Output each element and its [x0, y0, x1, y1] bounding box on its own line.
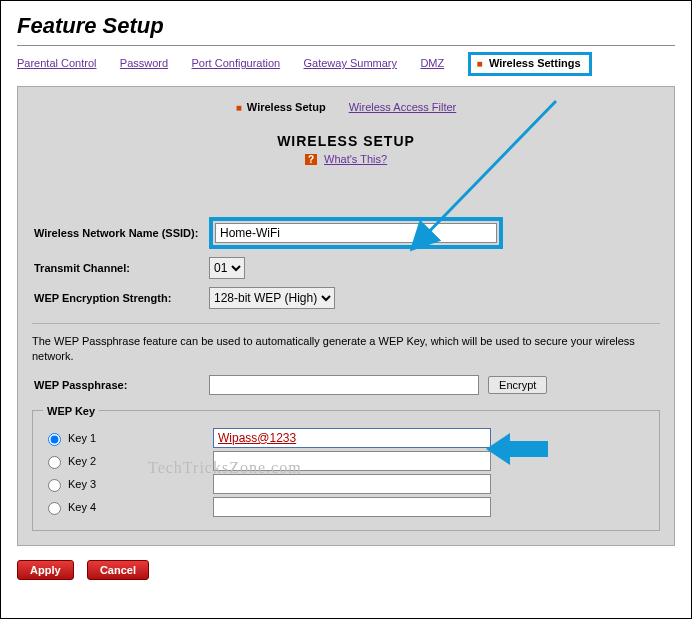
tab-parental-control[interactable]: Parental Control — [17, 57, 97, 69]
key4-radio[interactable] — [48, 502, 61, 515]
wep-strength-select[interactable]: 128-bit WEP (High) — [209, 287, 335, 309]
wep-strength-label: WEP Encryption Strength: — [32, 283, 207, 313]
key1-label: Key 1 — [68, 432, 96, 444]
key4-input[interactable] — [213, 497, 491, 517]
tab-wireless-settings-label: Wireless Settings — [489, 57, 581, 69]
tab-password[interactable]: Password — [120, 57, 168, 69]
page-title: Feature Setup — [17, 13, 675, 39]
key4-label: Key 4 — [68, 501, 96, 513]
key2-input[interactable] — [213, 451, 491, 471]
channel-select[interactable]: 01 — [209, 257, 245, 279]
whats-this-link[interactable]: What's This? — [324, 153, 387, 165]
bullet-icon: ■ — [236, 102, 242, 113]
ssid-label: Wireless Network Name (SSID): — [32, 213, 207, 253]
bullet-icon: ■ — [477, 58, 483, 69]
tab-port-configuration[interactable]: Port Configuration — [191, 57, 280, 69]
channel-label: Transmit Channel: — [32, 253, 207, 283]
wep-keys-fieldset: WEP Key Key 1 Key 2 — [32, 405, 660, 531]
key1-input[interactable] — [213, 428, 491, 448]
apply-button[interactable]: Apply — [17, 560, 74, 580]
tab-dmz[interactable]: DMZ — [420, 57, 444, 69]
key1-radio[interactable] — [48, 433, 61, 446]
encrypt-button[interactable]: Encrypt — [488, 376, 547, 394]
key2-label: Key 2 — [68, 455, 96, 467]
wep-hint: The WEP Passphrase feature can be used t… — [32, 334, 660, 365]
subtab-wireless-access-filter[interactable]: Wireless Access Filter — [349, 101, 457, 113]
key3-label: Key 3 — [68, 478, 96, 490]
button-row: Apply Cancel — [17, 560, 675, 580]
cancel-button[interactable]: Cancel — [87, 560, 149, 580]
subtabs: ■ Wireless Setup Wireless Access Filter — [32, 101, 660, 113]
whats-this: ? What's This? — [32, 153, 660, 165]
tab-wireless-settings[interactable]: ■ Wireless Settings — [468, 52, 592, 76]
divider — [17, 45, 675, 46]
passphrase-label: WEP Passphrase: — [32, 371, 207, 399]
top-tabs: Parental Control Password Port Configura… — [17, 52, 675, 86]
passphrase-input[interactable] — [209, 375, 479, 395]
ssid-input[interactable] — [215, 223, 497, 243]
question-icon: ? — [305, 154, 317, 165]
divider — [32, 323, 660, 324]
ssid-highlight-box — [209, 217, 503, 249]
subtab-wireless-setup[interactable]: Wireless Setup — [247, 101, 326, 113]
key2-radio[interactable] — [48, 456, 61, 469]
wireless-panel: ■ Wireless Setup Wireless Access Filter … — [17, 86, 675, 546]
wep-keys-legend: WEP Key — [43, 405, 99, 417]
key3-radio[interactable] — [48, 479, 61, 492]
key3-input[interactable] — [213, 474, 491, 494]
tab-gateway-summary[interactable]: Gateway Summary — [304, 57, 398, 69]
section-title: WIRELESS SETUP — [32, 133, 660, 149]
